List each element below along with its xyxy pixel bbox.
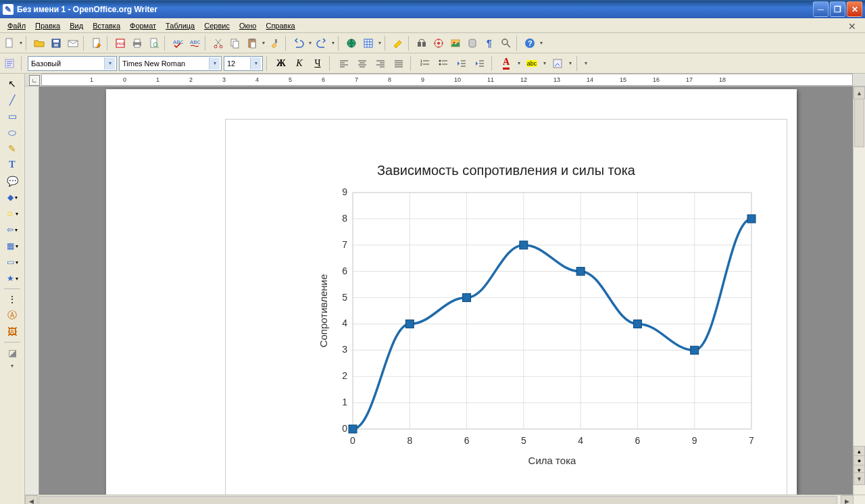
fontwork-tool[interactable]: Ⓐ	[5, 309, 20, 322]
standard-toolbar: ▾ PDF ABC ABC ▾ ▾ ▾ ▾ ¶ ? ▾	[0, 33, 865, 53]
select-tool[interactable]: ↖	[5, 78, 20, 90]
basic-shapes-tool[interactable]: ◆▾	[2, 191, 22, 203]
redo-dropdown[interactable]: ▾	[330, 40, 336, 46]
text-tool[interactable]: T	[5, 159, 20, 171]
svg-text:4: 4	[578, 435, 583, 446]
arrow-shapes-tool[interactable]: ⇦▾	[2, 224, 22, 236]
autospell-button[interactable]: ABC	[187, 35, 203, 51]
menu-tools[interactable]: Сервис	[199, 20, 234, 31]
menu-file[interactable]: Файл	[3, 20, 30, 31]
font-name-combo[interactable]: Times New Roman▾	[119, 56, 222, 71]
menu-format[interactable]: Формат	[125, 20, 161, 31]
menu-edit[interactable]: Правка	[30, 20, 65, 31]
align-center-button[interactable]	[354, 55, 370, 72]
menu-help[interactable]: Справка	[261, 20, 299, 31]
align-justify-button[interactable]	[391, 55, 407, 72]
chart-object[interactable]: Зависимость сопротивления и силы тока012…	[225, 119, 787, 495]
close-button[interactable]: ✕	[847, 1, 862, 17]
ellipse-tool[interactable]: ⬭	[5, 126, 20, 138]
datasources-button[interactable]	[464, 35, 480, 51]
table-dropdown[interactable]: ▾	[377, 40, 382, 46]
increase-indent-button[interactable]	[472, 55, 488, 72]
table-button[interactable]	[360, 35, 376, 51]
decrease-indent-button[interactable]	[453, 55, 470, 72]
format-overflow[interactable]: ▾	[583, 60, 589, 66]
from-file-tool[interactable]: 🖼	[5, 326, 20, 338]
maximize-button[interactable]: ❐	[830, 1, 845, 17]
redo-button[interactable]	[314, 35, 330, 51]
menu-window[interactable]: Окно	[234, 20, 262, 31]
email-button[interactable]	[65, 35, 81, 51]
svg-text:?: ?	[528, 39, 533, 47]
hyperlink-button[interactable]	[343, 35, 360, 51]
drawing-button[interactable]	[390, 35, 406, 51]
freeform-tool[interactable]: ✎	[5, 143, 20, 155]
edit-file-button[interactable]	[89, 35, 105, 51]
font-color-button[interactable]: A	[498, 55, 514, 72]
menu-table[interactable]: Таблица	[161, 20, 199, 31]
new-doc-button[interactable]	[1, 35, 18, 51]
styles-button[interactable]	[1, 55, 18, 72]
horizontal-ruler[interactable]: ∟ 10123456789101112131415161718	[25, 74, 865, 86]
cut-button[interactable]	[210, 35, 226, 51]
highlight-dropdown[interactable]: ▾	[542, 60, 547, 66]
horizontal-scrollbar[interactable]: ◀ ▶	[25, 495, 865, 504]
vertical-ruler[interactable]	[25, 86, 39, 495]
new-doc-dropdown[interactable]: ▾	[18, 40, 24, 46]
highlight-button[interactable]: abc	[524, 55, 540, 72]
export-pdf-button[interactable]: PDF	[112, 35, 128, 51]
align-left-button[interactable]	[336, 55, 352, 72]
format-toolbar: Базовый▾ Times New Roman▾ 12▾ Ж К Ч 12 A…	[0, 53, 865, 74]
line-tool[interactable]: ╱	[5, 94, 20, 106]
undo-button[interactable]	[291, 35, 307, 51]
help-button[interactable]: ?	[522, 35, 538, 51]
bullet-list-button[interactable]	[435, 55, 451, 72]
spellcheck-button[interactable]: ABC	[170, 35, 186, 51]
font-color-dropdown[interactable]: ▾	[516, 60, 522, 66]
bg-color-dropdown[interactable]: ▾	[568, 60, 573, 66]
document-area[interactable]: Зависимость сопротивления и силы тока012…	[25, 86, 865, 495]
gallery-button[interactable]	[447, 35, 464, 51]
bold-button[interactable]: Ж	[273, 55, 289, 72]
print-button[interactable]	[129, 35, 145, 51]
toolbar-overflow[interactable]: ▾	[539, 40, 544, 46]
work-area: ∟ 10123456789101112131415161718 Зависимо…	[25, 74, 865, 504]
save-button[interactable]	[48, 35, 64, 51]
vertical-scrollbar[interactable]: ▲ ▴ ● ▾ ▼	[853, 86, 865, 495]
find-button[interactable]	[414, 35, 430, 51]
paragraph-style-combo[interactable]: Базовый▾	[28, 56, 117, 71]
copy-button[interactable]	[227, 35, 243, 51]
navigator-button[interactable]	[430, 35, 447, 51]
underline-button[interactable]: Ч	[310, 55, 326, 72]
callout-shapes-tool[interactable]: ▭▾	[2, 256, 22, 268]
minimize-button[interactable]: ─	[813, 1, 829, 17]
rect-tool[interactable]: ▭	[5, 110, 20, 122]
zoom-button[interactable]	[498, 35, 514, 51]
svg-text:PDF: PDF	[117, 42, 125, 46]
preview-button[interactable]	[146, 35, 162, 51]
numbered-list-button[interactable]: 12	[417, 55, 433, 72]
symbol-shapes-tool[interactable]: ☺▾	[2, 207, 22, 220]
open-button[interactable]	[31, 35, 47, 51]
undo-dropdown[interactable]: ▾	[307, 40, 313, 46]
bg-color-button[interactable]	[549, 55, 566, 72]
svg-rect-30	[418, 42, 421, 47]
paste-button[interactable]	[244, 35, 260, 51]
svg-text:7: 7	[342, 239, 347, 250]
svg-rect-23	[275, 39, 277, 43]
nonprinting-button[interactable]: ¶	[481, 35, 497, 51]
menu-insert[interactable]: Вставка	[88, 20, 125, 31]
format-paintbrush-button[interactable]	[267, 35, 283, 51]
italic-button[interactable]: К	[291, 55, 307, 72]
points-tool[interactable]: ⋮	[5, 293, 20, 305]
menu-view[interactable]: Вид	[65, 20, 88, 31]
star-shapes-tool[interactable]: ★▾	[2, 272, 22, 284]
paste-dropdown[interactable]: ▾	[261, 40, 266, 46]
doc-close-button[interactable]: ✕	[843, 20, 861, 33]
align-right-button[interactable]	[372, 55, 389, 72]
flowchart-tool[interactable]: ▦▾	[2, 240, 22, 252]
font-size-combo[interactable]: 12▾	[224, 56, 263, 71]
drawing-overflow[interactable]: ▾	[9, 363, 15, 369]
extrusion-tool[interactable]: ◪	[5, 347, 20, 359]
callout-tool[interactable]: 💬	[5, 175, 20, 187]
